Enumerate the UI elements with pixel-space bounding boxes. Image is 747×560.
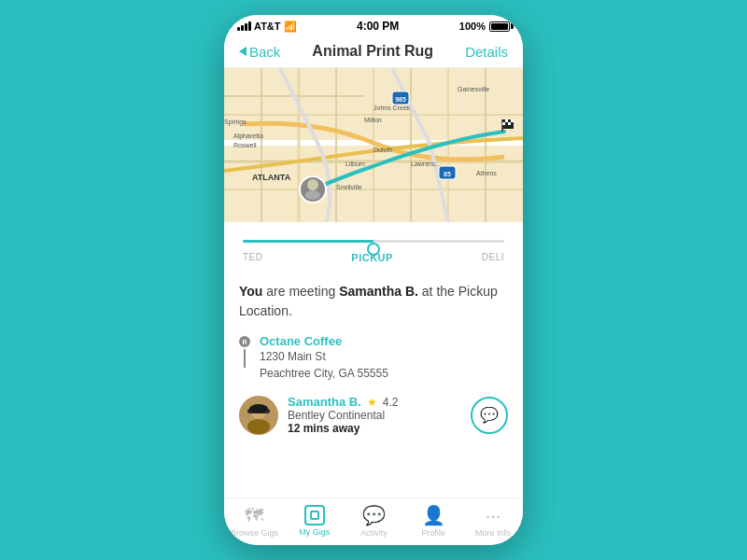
- svg-rect-38: [508, 119, 511, 122]
- content-area: You are meeting Samantha B. at the Picku…: [224, 269, 523, 497]
- svg-point-48: [249, 404, 268, 413]
- star-icon: ★: [367, 396, 377, 409]
- chevron-left-icon: [239, 47, 247, 56]
- time-label: 4:00 PM: [357, 20, 399, 33]
- svg-rect-43: [511, 122, 514, 125]
- svg-rect-42: [508, 122, 511, 125]
- profile-icon: 👤: [422, 504, 445, 526]
- map-area: 85 985 ATLANTA Alpharetta Roswell Johns …: [224, 68, 523, 222]
- seller-rating: 4.2: [383, 396, 399, 409]
- svg-point-31: [305, 190, 320, 200]
- svg-rect-37: [505, 119, 508, 122]
- distance-unit: mins away: [303, 422, 360, 435]
- svg-text:Duluth: Duluth: [374, 147, 392, 153]
- map-background: 85 985 ATLANTA Alpharetta Roswell Johns …: [224, 68, 523, 222]
- location-address-line2: Peachtree City, GA 55555: [260, 365, 388, 382]
- tab-my-gigs[interactable]: My Gigs: [291, 505, 338, 537]
- seller-name-inline: Samantha B.: [339, 284, 418, 299]
- you-label: You: [239, 284, 262, 299]
- activity-icon: 💬: [362, 504, 386, 526]
- page-title: Animal Print Rug: [312, 43, 433, 60]
- tab-my-gigs-label: My Gigs: [299, 527, 330, 537]
- meeting-text: You are meeting Samantha B. at the Picku…: [239, 282, 508, 321]
- tab-browse-gigs[interactable]: 🗺 Browse Gigs: [231, 505, 278, 538]
- pin-stem: [244, 349, 246, 368]
- svg-rect-40: [502, 122, 505, 125]
- tab-more-info-label: More Info: [475, 528, 511, 538]
- seller-distance: 12 mins away: [288, 422, 461, 435]
- location-address-line1: 1230 Main St: [260, 348, 388, 365]
- location-row: R Octane Coffee 1230 Main St Peachtree C…: [239, 334, 508, 382]
- tab-browse-gigs-label: Browse Gigs: [231, 528, 278, 538]
- battery-icon: [489, 21, 510, 32]
- tab-more-info[interactable]: ··· More Info: [470, 505, 516, 538]
- step-label-deli: DELI: [482, 252, 504, 263]
- svg-rect-36: [502, 119, 505, 122]
- carrier-label: AT&T: [254, 21, 281, 32]
- location-name: Octane Coffee: [260, 334, 388, 348]
- seller-info: Samantha B. ★ 4.2 Bentley Continental 12…: [288, 395, 461, 435]
- svg-rect-41: [505, 122, 508, 125]
- location-details: Octane Coffee 1230 Main St Peachtree Cit…: [260, 334, 388, 382]
- battery-label: 100%: [459, 21, 486, 32]
- svg-text:985: 985: [395, 96, 406, 103]
- svg-text:Alpharetta: Alpharetta: [233, 133, 263, 140]
- tab-bar: 🗺 Browse Gigs My Gigs 💬 Activity 👤 Profi…: [224, 497, 523, 545]
- chat-icon: 💬: [480, 406, 499, 424]
- progress-track: [243, 240, 504, 243]
- svg-text:Johns Creek: Johns Creek: [374, 105, 411, 111]
- map-icon: 🗺: [245, 505, 263, 526]
- phone-frame: AT&T 📶 4:00 PM 100% Back Animal Print Ru…: [224, 15, 523, 545]
- svg-rect-39: [511, 119, 514, 122]
- location-pin: R: [239, 336, 250, 368]
- chat-button[interactable]: 💬: [471, 397, 508, 434]
- progress-fill: [243, 240, 374, 243]
- wifi-icon: 📶: [284, 21, 297, 33]
- svg-text:85: 85: [444, 171, 451, 177]
- more-icon: ···: [486, 505, 501, 526]
- tab-activity[interactable]: 💬 Activity: [350, 504, 397, 538]
- svg-text:Milton: Milton: [364, 117, 382, 123]
- svg-text:Lilburn: Lilburn: [345, 161, 365, 167]
- details-button[interactable]: Details: [465, 44, 508, 60]
- svg-text:Gainesville: Gainesville: [458, 86, 489, 92]
- seller-vehicle: Bentley Continental: [288, 409, 461, 422]
- svg-text:Athens: Athens: [476, 170, 497, 176]
- seller-name: Samantha B.: [288, 395, 361, 409]
- distance-value: 12: [288, 422, 300, 435]
- back-label: Back: [249, 44, 280, 60]
- svg-point-50: [261, 410, 263, 413]
- signal-icon: [237, 21, 251, 31]
- tab-profile-label: Profile: [422, 528, 446, 538]
- progress-dot: [367, 243, 380, 256]
- svg-point-49: [255, 410, 258, 413]
- box-icon: [304, 505, 325, 525]
- meeting-text-mid: are meeting: [262, 284, 339, 299]
- progress-section: TED PICKUP DELI: [224, 222, 523, 269]
- pin-icon: R: [239, 336, 250, 347]
- nav-bar: Back Animal Print Rug Details: [224, 35, 523, 68]
- tab-profile[interactable]: 👤 Profile: [410, 504, 457, 538]
- svg-point-46: [247, 419, 270, 434]
- svg-text:Roswell: Roswell: [233, 142, 257, 148]
- tab-activity-label: Activity: [360, 528, 388, 538]
- step-label-ted: TED: [243, 252, 263, 263]
- svg-text:ATLANTA: ATLANTA: [252, 173, 291, 182]
- svg-text:Lawrenc...: Lawrenc...: [411, 161, 441, 167]
- svg-text:Snellville: Snellville: [336, 184, 362, 190]
- svg-text:Springs: Springs: [224, 119, 247, 126]
- seller-row: Samantha B. ★ 4.2 Bentley Continental 12…: [239, 395, 508, 435]
- back-button[interactable]: Back: [239, 44, 280, 60]
- svg-point-30: [307, 179, 318, 190]
- status-bar: AT&T 📶 4:00 PM 100%: [224, 15, 523, 35]
- avatar: [239, 396, 278, 435]
